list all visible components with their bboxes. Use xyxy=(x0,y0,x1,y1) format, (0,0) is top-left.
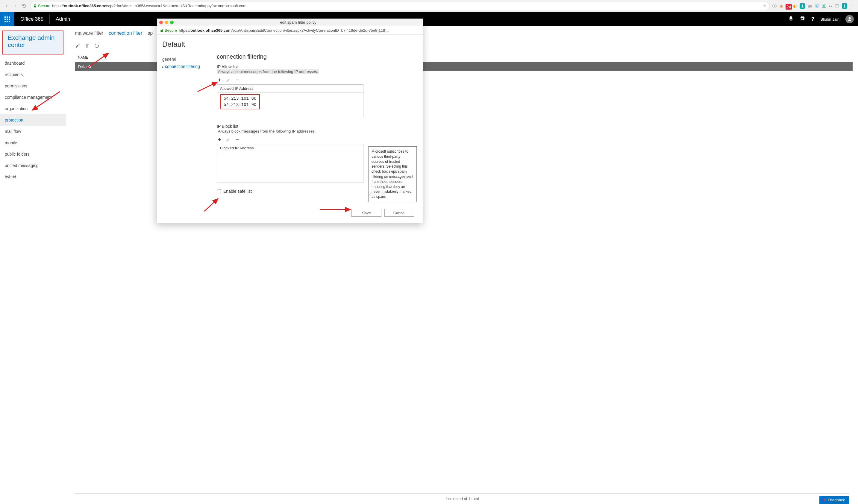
o365-header: Office 365 Admin ? Shalin Jain xyxy=(0,12,858,26)
popup-leftnav: Default general ▸connection filtering xyxy=(157,40,214,223)
section-title: connection filtering xyxy=(217,53,418,60)
ext-icon[interactable]: 1 xyxy=(800,3,805,9)
caret-right-icon: ▸ xyxy=(162,65,164,68)
add-icon[interactable]: + xyxy=(217,77,222,83)
help-callout: Microsoft subscribes to various third-pa… xyxy=(368,146,417,202)
add-icon[interactable]: + xyxy=(217,137,222,142)
popup-heading: Default xyxy=(162,40,214,48)
gear-icon[interactable] xyxy=(800,16,805,22)
help-icon[interactable]: ? xyxy=(811,16,814,22)
sidebar-item-organization[interactable]: organization xyxy=(0,103,66,114)
leftnav-connection-filtering[interactable]: ▸connection filtering xyxy=(162,63,214,70)
sidebar-item-mobile[interactable]: mobile xyxy=(0,137,66,148)
feedback-button[interactable]: ♥ Feedback xyxy=(820,496,849,504)
leftnav-general[interactable]: general xyxy=(162,56,214,63)
chrome-menu-icon[interactable]: ⋮ xyxy=(850,3,855,9)
sidebar-item-hybrid[interactable]: hybrid xyxy=(0,171,66,182)
edit-icon[interactable] xyxy=(226,77,231,83)
cancel-button[interactable]: Cancel xyxy=(384,209,414,217)
notifications-icon[interactable] xyxy=(788,16,794,22)
tab-connection-filter[interactable]: connection filter xyxy=(109,31,142,36)
eac-sidebar: Exchange admin center dashboard recipien… xyxy=(0,26,66,504)
ext-icon[interactable]: ◐ xyxy=(793,4,797,9)
list-item[interactable]: 54.213.101.90 xyxy=(224,102,256,108)
sidebar-item-mailflow[interactable]: mail flow xyxy=(0,126,66,137)
enable-safe-list-checkbox[interactable] xyxy=(217,189,221,193)
sidebar-item-publicfolders[interactable]: public folders xyxy=(0,148,66,160)
secure-label: Secure xyxy=(38,4,50,8)
popup-main: connection filtering IP Allow list Alway… xyxy=(214,40,423,223)
popup-titlebar: edit spam filter policy xyxy=(157,19,423,26)
allow-list-label: IP Allow list xyxy=(217,64,418,69)
block-list-help: Always block messages from the following… xyxy=(217,129,418,134)
ext-icon[interactable]: S xyxy=(822,4,826,8)
block-list-label: IP Block list xyxy=(217,124,418,129)
ext-icon[interactable]: ▪▪ xyxy=(829,4,832,9)
browser-extensions: i ◉ ▤24 ◐ 1 ▣ Ⓢ S ▪▪ ❐ 1 ⋮ xyxy=(773,3,855,9)
address-bar[interactable]: Secure https://outlook.office365.com/ecp… xyxy=(30,2,770,10)
ext-icon[interactable]: ◉ xyxy=(780,4,783,9)
lock-icon: Secure xyxy=(33,4,50,8)
popup-window: edit spam filter policy Secure https://o… xyxy=(157,19,423,223)
blocked-ip-header: Blocked IP Address xyxy=(217,144,363,152)
refresh-icon[interactable] xyxy=(94,43,99,48)
ext-icon[interactable]: 1 xyxy=(842,3,847,9)
sidebar-item-dashboard[interactable]: dashboard xyxy=(0,58,66,69)
allowed-ip-list[interactable]: Allowed IP Address 54.213.101.86 54.213.… xyxy=(217,84,363,117)
edit-icon[interactable] xyxy=(75,43,80,48)
edit-icon[interactable] xyxy=(226,137,231,142)
save-button[interactable]: Save xyxy=(351,209,381,217)
list-item[interactable]: 54.213.101.86 xyxy=(224,96,256,102)
forward-icon[interactable] xyxy=(12,3,19,9)
heart-icon: ♥ xyxy=(824,498,826,502)
popup-address-bar[interactable]: Secure https://outlook.office365.com/ecp… xyxy=(157,26,423,35)
ext-icon[interactable]: ▤24 xyxy=(786,4,790,9)
ext-icon[interactable]: ❐ xyxy=(835,4,839,9)
user-name[interactable]: Shalin Jain xyxy=(820,17,839,21)
eac-title: Exchange admin center xyxy=(3,31,63,54)
maximize-icon[interactable] xyxy=(170,21,174,24)
enable-safe-list-label: Enable safe list xyxy=(223,189,252,194)
tab-malware-filter[interactable]: malware filter xyxy=(75,31,103,36)
sidebar-item-recipients[interactable]: recipients xyxy=(0,69,66,80)
remove-icon[interactable]: − xyxy=(235,77,240,83)
delete-icon[interactable] xyxy=(84,43,90,48)
browser-toolbar: Secure https://outlook.office365.com/ecp… xyxy=(0,0,858,12)
o365-app-name: Admin xyxy=(50,16,76,22)
back-icon[interactable] xyxy=(3,3,10,9)
allowed-ip-header: Allowed IP Address xyxy=(217,85,363,93)
avatar[interactable] xyxy=(845,15,854,23)
sidebar-item-compliance[interactable]: compliance management xyxy=(0,92,66,103)
app-launcher-icon[interactable] xyxy=(0,12,14,26)
blocked-ip-list[interactable]: Blocked IP Address xyxy=(217,144,363,183)
minimize-icon[interactable] xyxy=(165,21,168,24)
ext-icon[interactable]: Ⓢ xyxy=(815,3,819,9)
ext-icon[interactable]: ▣ xyxy=(808,4,812,9)
sidebar-item-unifiedmessaging[interactable]: unified messaging xyxy=(0,160,66,171)
allow-list-help: Always accept messages from the followin… xyxy=(217,69,319,74)
tab-spam[interactable]: sp xyxy=(147,31,153,36)
popup-title: edit spam filter policy xyxy=(175,20,421,25)
o365-brand[interactable]: Office 365 xyxy=(14,15,50,23)
status-bar: 1 selected of 1 total xyxy=(75,493,849,504)
sidebar-item-permissions[interactable]: permissions xyxy=(0,80,66,92)
sidebar-item-protection[interactable]: protection xyxy=(0,114,66,126)
remove-icon[interactable]: − xyxy=(235,137,240,142)
reload-icon[interactable] xyxy=(21,3,28,9)
close-icon[interactable] xyxy=(159,21,163,24)
